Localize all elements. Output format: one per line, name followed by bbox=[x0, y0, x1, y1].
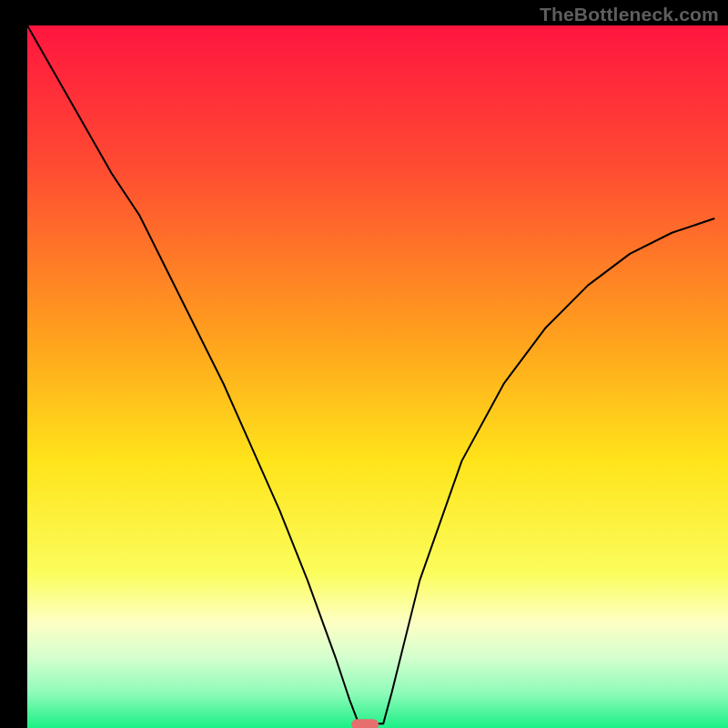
gradient-background bbox=[27, 25, 728, 728]
bottleneck-plot bbox=[27, 25, 728, 728]
chart-stage: TheBottleneck.com bbox=[0, 0, 728, 728]
valley-marker bbox=[351, 719, 379, 728]
watermark-text: TheBottleneck.com bbox=[540, 4, 719, 25]
